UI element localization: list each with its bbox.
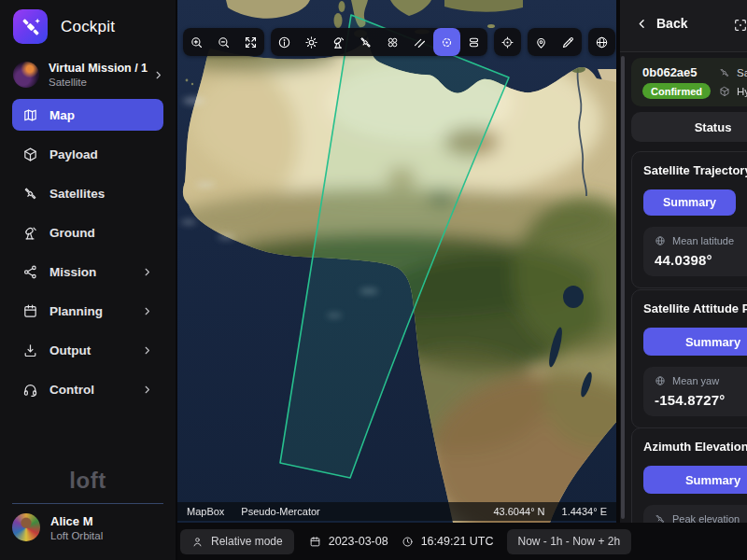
status-button[interactable]: Status	[631, 112, 747, 142]
time-control[interactable]: 16:49:21 UTC	[402, 535, 494, 548]
trajectory-tabs: Summary La	[643, 189, 747, 216]
app-title: Cockpit	[61, 18, 115, 36]
chevron-right-icon	[141, 266, 153, 278]
select-area-button[interactable]	[433, 28, 460, 56]
target-satellite-row: Satellite	[719, 67, 747, 78]
sun-icon	[304, 35, 318, 49]
map-toolbar	[183, 28, 615, 56]
satellite-icon	[719, 67, 730, 78]
target-payload-row: Hypersp	[719, 86, 747, 97]
sidebar-item-planning[interactable]: Planning	[12, 295, 163, 327]
measure-icon	[413, 35, 427, 49]
locate-icon	[500, 35, 514, 49]
target-id: 0b062ae5	[642, 65, 698, 79]
back-button[interactable]: Back	[635, 16, 687, 31]
sidebar-item-satellites[interactable]: Satellites	[12, 177, 163, 209]
panel-scrollbar[interactable]	[621, 56, 625, 519]
calendar-icon	[309, 536, 321, 548]
sidebar-item-label: Output	[49, 343, 91, 357]
satellite-icon	[655, 513, 666, 523]
map-satellite-imagery	[177, 0, 616, 523]
section-azimuth-elevation: Azimuth Elevation Ran Summary Peak eleva…	[631, 427, 747, 523]
location-pin-icon	[534, 35, 548, 49]
zoom-in-button[interactable]	[183, 28, 210, 56]
sidebar-item-output[interactable]: Output	[12, 334, 163, 366]
sidebar-item-label: Mission	[49, 265, 96, 279]
chevron-right-icon	[152, 69, 164, 81]
satellite-layer-button[interactable]	[352, 28, 379, 56]
focus-target-icon[interactable]	[733, 18, 747, 33]
detail-panel: Back 0b062ae5 Confirmed Satellite Hypers…	[620, 0, 747, 523]
sidebar-nav: Map Payload Satellites Ground Mission	[12, 99, 163, 413]
cube-icon	[719, 86, 730, 97]
select-area-icon	[440, 35, 454, 49]
mission-switcher[interactable]: Virtual Mission / 1 Satellite	[13, 58, 164, 91]
app-logo-icon	[13, 9, 48, 44]
sidebar-item-label: Satellites	[49, 187, 105, 201]
constellation-layer-button[interactable]	[379, 28, 406, 56]
toolbar-group-annotate	[528, 28, 582, 56]
calendar-icon	[22, 303, 38, 319]
user-profile[interactable]: Alice M Loft Orbital	[12, 513, 103, 541]
section-attitude-profile: Satellite Attitude Profil Summary Mean y…	[631, 289, 747, 428]
zoom-in-icon	[190, 35, 204, 49]
draw-polygon-button[interactable]	[555, 28, 582, 56]
panel-header: Back	[620, 0, 747, 52]
tab-summary[interactable]: Summary	[643, 189, 736, 216]
time-range-button[interactable]: Now - 1h - Now + 2h	[507, 529, 632, 554]
toolbar-group-layers	[271, 28, 487, 56]
relative-mode-button[interactable]: Relative mode	[180, 529, 294, 554]
sidebar-item-payload[interactable]: Payload	[12, 138, 163, 170]
zoom-out-icon	[217, 35, 231, 49]
location-pin-button[interactable]	[528, 28, 555, 56]
satellite-icon	[359, 35, 373, 49]
share-icon	[22, 264, 38, 280]
satellite-icon	[22, 186, 38, 202]
dish-icon	[22, 225, 38, 241]
cursor-longitude: 1.4434° E	[562, 506, 607, 517]
fullscreen-icon	[244, 35, 258, 49]
target-satellite-label: Satellite	[737, 67, 747, 78]
date-control[interactable]: 2023-03-08	[309, 535, 388, 548]
fullscreen-button[interactable]	[237, 28, 264, 56]
summary-button[interactable]: Summary	[643, 466, 747, 494]
metric-card: Peak elevation	[643, 505, 747, 523]
cockpit-app: Cockpit Virtual Mission / 1 Satellite Ma…	[0, 0, 747, 560]
sidebar-item-map[interactable]: Map	[12, 99, 163, 131]
app-brand: Cockpit	[13, 9, 115, 44]
chevron-right-icon	[141, 344, 153, 357]
metric-value: -154.8727°	[655, 392, 747, 408]
map-icon	[22, 107, 38, 123]
back-label: Back	[656, 16, 687, 31]
zoom-out-button[interactable]	[210, 28, 237, 56]
mission-avatar	[13, 62, 39, 88]
time-value: 16:49:21 UTC	[421, 535, 494, 548]
measure-button[interactable]	[406, 28, 433, 56]
metric-label: Mean latitude	[672, 235, 734, 246]
sidebar-item-ground[interactable]: Ground	[12, 217, 163, 248]
ground-station-layer-button[interactable]	[325, 28, 352, 56]
dish-icon	[331, 35, 345, 49]
summary-button[interactable]: Summary	[643, 328, 747, 356]
section-title: Satellite Trajectory Pro	[643, 163, 747, 177]
metric-label: Peak elevation	[672, 513, 740, 523]
map-canvas[interactable]: MapBox Pseudo-Mercator 43.6044° N 1.4434…	[177, 0, 616, 523]
target-payload-label: Hypersp	[737, 86, 747, 97]
cursor-latitude: 43.6044° N	[493, 506, 544, 517]
metric-card: Mean latitude 44.0398°	[643, 227, 747, 276]
mode-label: Relative mode	[211, 535, 283, 548]
user-org: Loft Orbital	[50, 530, 103, 541]
section-title: Satellite Attitude Profil	[643, 301, 747, 315]
sidebar-item-control[interactable]: Control	[12, 373, 163, 405]
brightness-button[interactable]	[298, 28, 325, 56]
layers-button[interactable]	[460, 28, 487, 56]
info-button[interactable]	[271, 28, 298, 56]
sidebar-item-mission[interactable]: Mission	[12, 256, 163, 287]
date-value: 2023-03-08	[329, 535, 388, 548]
globe-projection-button[interactable]	[588, 28, 615, 56]
globe-icon	[655, 375, 666, 386]
sidebar-item-label: Map	[49, 108, 75, 122]
locate-button[interactable]	[494, 28, 521, 56]
sidebar-divider	[12, 503, 163, 504]
chevron-right-icon	[141, 384, 153, 396]
